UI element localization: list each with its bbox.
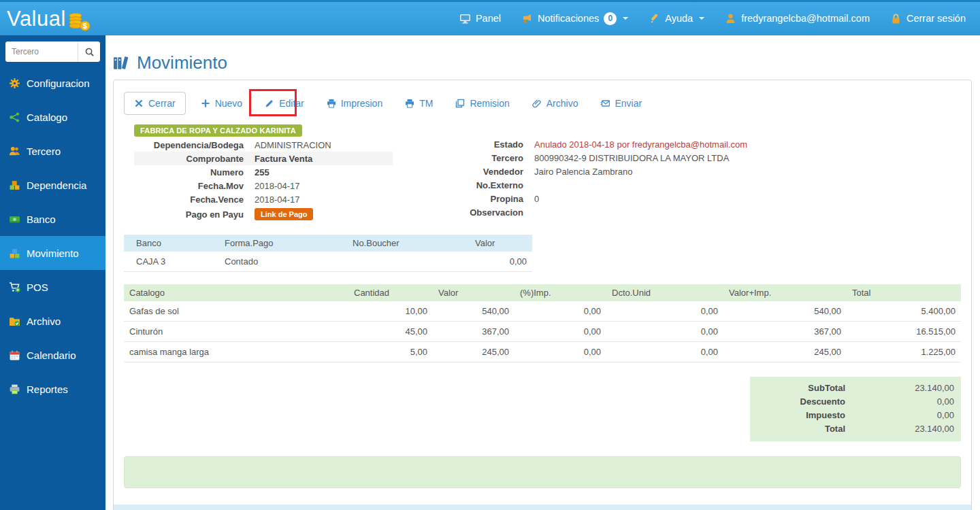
cubes-icon <box>9 180 20 191</box>
field-row: Dependencia/Bodega ADMINISTRACION <box>134 138 393 152</box>
remission-button[interactable]: Remision <box>448 92 517 115</box>
user-icon <box>725 13 736 24</box>
chevron-down-icon <box>699 17 704 20</box>
payment-link-button[interactable]: Link de Pago <box>255 208 313 220</box>
totals-summary: SubTotal 23.140,00 Descuento 0,00 Impues… <box>750 377 961 441</box>
sidebar-item-movimiento[interactable]: Movimiento <box>0 236 105 270</box>
column-header: (%)Imp. <box>514 284 606 301</box>
print-button[interactable]: Impresion <box>319 92 390 115</box>
search-input[interactable] <box>5 41 78 62</box>
nav-user-account[interactable]: fredyrangelcba@hotmail.com <box>715 2 880 35</box>
sidebar-item-dependencia[interactable]: Dependencia <box>0 168 105 202</box>
sidebar-item-banco[interactable]: Banco <box>0 202 105 236</box>
cell-valor: 540,00 <box>433 301 514 322</box>
cell-total: 5.400,00 <box>847 301 961 322</box>
cell-valor: 0,00 <box>470 252 532 272</box>
cell-dcto: 0,00 <box>606 342 723 362</box>
coins-icon: $ <box>66 12 92 29</box>
close-button[interactable]: Cerrar <box>124 92 186 115</box>
column-header: Total <box>847 284 961 301</box>
folder-check-icon <box>9 316 20 327</box>
column-header: Banco <box>124 235 219 252</box>
column-header: Valor+Imp. <box>723 284 847 301</box>
cell-dcto: 0,00 <box>606 322 723 342</box>
cell-valor-imp: 245,00 <box>723 342 847 362</box>
lock-icon <box>890 13 902 24</box>
file-attach-button[interactable]: Archivo <box>525 92 586 115</box>
sidebar-item-pos[interactable]: POS <box>0 270 105 304</box>
cell-valor-imp: 367,00 <box>723 322 847 342</box>
column-header: Valor <box>433 284 514 301</box>
send-button[interactable]: Enviar <box>593 92 649 115</box>
pencil-icon <box>265 99 274 108</box>
books-icon <box>113 54 131 72</box>
search-button[interactable] <box>78 41 100 62</box>
new-button[interactable]: Nuevo <box>193 92 250 115</box>
sidebar-item-configuracion[interactable]: Configuracion <box>0 66 105 100</box>
envelope-icon <box>600 99 610 108</box>
sidebar: Configuracion Catalogo Tercero Dependenc… <box>0 35 105 510</box>
table-header-row: Catalogo Cantidad Valor (%)Imp. Dcto.Uni… <box>124 284 961 301</box>
cart-plus-icon <box>9 282 20 293</box>
gear-icon <box>9 78 20 89</box>
page-header: Movimiento <box>113 52 980 73</box>
calendar-icon <box>9 350 20 361</box>
cell-valor-imp: 540,00 <box>723 301 847 322</box>
toolbar: Cerrar Nuevo Editar Impresion TM <box>124 92 961 115</box>
nav-notifications[interactable]: Notificaciones 0 <box>511 2 638 35</box>
column-header: Forma.Pago <box>219 235 347 252</box>
boxes-icon <box>9 248 20 259</box>
sidebar-search <box>5 41 100 62</box>
page-title: Movimiento <box>137 52 227 73</box>
sidebar-item-reportes[interactable]: Reportes <box>0 372 105 406</box>
total-row: Impuesto 0,00 <box>755 409 956 422</box>
printer-icon <box>9 384 20 395</box>
company-badge: FABRICA DE ROPA Y CALZADO KARINITA <box>134 124 302 137</box>
column-header: Cantidad <box>348 284 433 301</box>
tools-icon <box>649 13 660 24</box>
nav-help[interactable]: Ayuda <box>638 2 715 35</box>
printer-icon <box>327 99 336 108</box>
cell-cantidad: 10,00 <box>348 301 433 322</box>
users-icon <box>9 146 20 157</box>
chevron-down-icon <box>623 17 628 20</box>
app-logo[interactable]: Valual $ <box>7 8 92 29</box>
main-content: Movimiento Cerrar Nuevo Editar <box>105 35 980 510</box>
field-row: Comprobante Factura Venta <box>134 152 393 165</box>
edit-button[interactable]: Editar <box>257 92 312 115</box>
field-row: Pago en Payu Link de Pago <box>134 206 393 222</box>
cell-valor: 367,00 <box>433 322 514 342</box>
close-icon <box>134 99 144 108</box>
print-tm-button[interactable]: TM <box>397 92 440 115</box>
column-header: Catalogo <box>124 284 348 301</box>
cell-dcto: 0,00 <box>606 301 723 322</box>
app-root: Valual $ Panel <box>0 0 980 510</box>
payments-table: Banco Forma.Pago No.Boucher Valor CAJA 3… <box>124 235 532 272</box>
cell-total: 1.225,00 <box>847 342 961 362</box>
table-header-row: Banco Forma.Pago No.Boucher Valor <box>124 235 532 252</box>
field-row: Observacion <box>409 205 961 219</box>
field-row: Vendedor Jairo Palencia Zambrano <box>409 165 961 178</box>
topbar: Valual $ Panel <box>0 0 980 35</box>
movement-panel: Cerrar Nuevo Editar Impresion TM <box>113 80 972 510</box>
total-row: SubTotal 23.140,00 <box>755 381 956 395</box>
nav-panel[interactable]: Panel <box>449 2 511 35</box>
svg-text:$: $ <box>83 22 87 30</box>
sidebar-menu: Configuracion Catalogo Tercero Dependenc… <box>0 66 105 406</box>
plus-icon <box>201 99 210 108</box>
sidebar-item-archivo[interactable]: Archivo <box>0 304 105 338</box>
sidebar-item-catalogo[interactable]: Catalogo <box>0 100 105 134</box>
field-row: Fecha.Vence 2018-04-17 <box>134 192 393 206</box>
field-row: No.Externo <box>409 178 961 192</box>
sidebar-item-tercero[interactable]: Tercero <box>0 134 105 168</box>
table-row: CAJA 3 Contado 0,00 <box>124 252 532 272</box>
items-table: Catalogo Cantidad Valor (%)Imp. Dcto.Uni… <box>124 284 961 362</box>
nav-logout[interactable]: Cerrar sesión <box>880 2 976 35</box>
history-table-header: Tipo Fecha.Mov Observacion Valor Accion <box>114 505 971 510</box>
sidebar-item-calendario[interactable]: Calendario <box>0 338 105 372</box>
field-row: Propina 0 <box>409 192 961 205</box>
share-nodes-icon <box>9 112 20 123</box>
total-row: Descuento 0,00 <box>755 395 956 409</box>
bullhorn-icon <box>521 13 533 24</box>
column-header: Valor <box>470 235 532 252</box>
